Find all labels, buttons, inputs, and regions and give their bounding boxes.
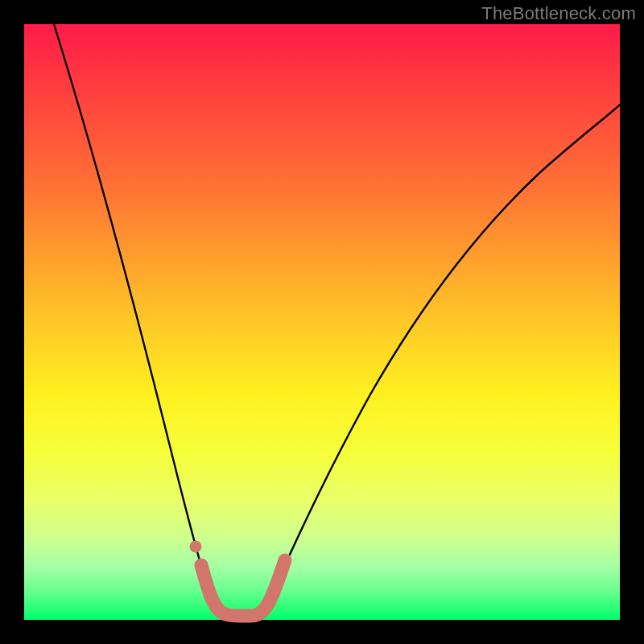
curve-layer bbox=[24, 24, 620, 620]
watermark-text: TheBottleneck.com bbox=[481, 3, 636, 24]
plot-area bbox=[24, 24, 620, 620]
sweet-spot-highlight bbox=[201, 560, 285, 616]
bottleneck-curve bbox=[54, 24, 620, 616]
chart-frame: TheBottleneck.com bbox=[0, 0, 644, 644]
sweet-spot-dot bbox=[190, 541, 202, 553]
